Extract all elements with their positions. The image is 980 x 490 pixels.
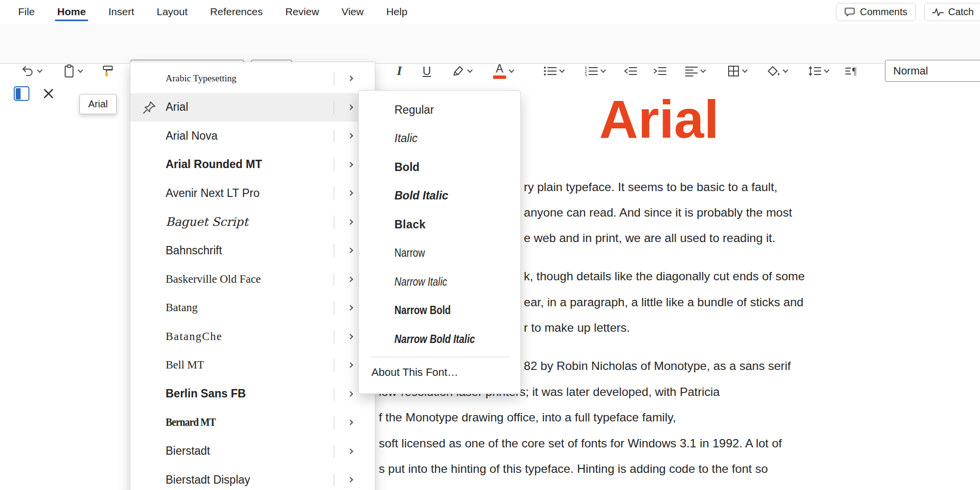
- navigation-pane-toggle-icon[interactable]: [14, 86, 29, 101]
- font-option-bierstadt[interactable]: Bierstadt: [130, 437, 375, 466]
- font-option-bierstadt-display[interactable]: Bierstadt Display: [130, 466, 375, 490]
- font-style-label: Italic: [394, 132, 417, 145]
- activity-icon: [932, 7, 944, 17]
- font-option-baskerville-old-face[interactable]: Baskerville Old Face: [130, 265, 375, 294]
- bullet-list-button[interactable]: [536, 59, 571, 83]
- font-styles-expander[interactable]: [343, 415, 358, 430]
- font-styles-expander[interactable]: [343, 272, 358, 287]
- document-text-line: 82 by Robin Nicholas of Monotype, as a s…: [524, 359, 791, 373]
- numbered-list-button[interactable]: 1 2 3: [577, 59, 612, 83]
- font-styles-expander[interactable]: [343, 100, 358, 115]
- font-styles-expander[interactable]: [343, 243, 358, 258]
- underline-button[interactable]: U: [416, 59, 438, 83]
- italic-button[interactable]: I: [388, 59, 411, 83]
- font-style-bold-italic[interactable]: Bold Italic: [359, 182, 520, 211]
- styles-combobox[interactable]: Normal: [885, 60, 980, 82]
- font-option-bahnschrift[interactable]: Bahnschrift: [130, 236, 375, 265]
- font-style-label: Bold Italic: [394, 189, 448, 202]
- font-style-narrow-bold[interactable]: Narrow Bold: [359, 296, 520, 325]
- font-style-bold[interactable]: Bold: [359, 153, 520, 182]
- close-pane-button[interactable]: [41, 86, 56, 101]
- increase-indent-button[interactable]: [648, 59, 671, 83]
- font-option-bernard-mt[interactable]: Bernard MT: [130, 408, 375, 437]
- alignment-button[interactable]: [677, 59, 712, 83]
- font-option-label: Batang: [166, 301, 197, 314]
- chevron-down-icon: [742, 67, 747, 73]
- comments-button[interactable]: Comments: [836, 3, 916, 21]
- menu-file[interactable]: File: [7, 0, 46, 24]
- decrease-indent-icon: [624, 66, 637, 76]
- format-painter-button[interactable]: [96, 59, 120, 83]
- highlighter-icon: [452, 65, 465, 77]
- font-style-black[interactable]: Black: [359, 210, 520, 239]
- chevron-right-icon: [347, 162, 353, 167]
- font-color-icon: A: [493, 63, 506, 79]
- chevron-right-icon: [347, 76, 353, 81]
- font-styles-expander[interactable]: [343, 71, 358, 86]
- font-option-label: Bell MT: [166, 359, 204, 371]
- shading-button[interactable]: [760, 59, 795, 83]
- font-style-label: Narrow Italic: [394, 275, 447, 289]
- font-option-label: BatangChe: [166, 330, 222, 343]
- line-spacing-button[interactable]: [801, 59, 836, 83]
- chevron-right-icon: [347, 133, 353, 139]
- menu-insert[interactable]: Insert: [97, 0, 146, 24]
- chevron-right-icon: [347, 219, 353, 224]
- menu-references[interactable]: References: [199, 0, 274, 24]
- font-option-label: Bahnschrift: [166, 244, 222, 257]
- undo-button[interactable]: [14, 59, 49, 83]
- font-option-batang[interactable]: Batang: [130, 294, 375, 322]
- font-style-narrow[interactable]: Narrow: [359, 239, 520, 268]
- document-text-line: anyone can read. And since it is probabl…: [524, 206, 792, 220]
- font-option-label: Arabic Typesetting: [166, 73, 236, 84]
- font-option-arabic-typesetting[interactable]: Arabic Typesetting: [130, 64, 375, 93]
- font-style-narrow-italic[interactable]: Narrow Italic: [359, 268, 520, 296]
- font-color-button[interactable]: A: [485, 59, 521, 83]
- font-styles-expander[interactable]: [343, 300, 358, 315]
- font-styles-expander[interactable]: [343, 186, 358, 200]
- font-option-label: Avenir Next LT Pro: [166, 187, 260, 200]
- font-styles-expander[interactable]: [343, 128, 358, 143]
- font-option-arial[interactable]: Arial: [130, 93, 375, 122]
- font-option-baguet-script[interactable]: Baguet Script: [130, 208, 375, 237]
- document-text-line: f the Monotype drawing office, into a fu…: [379, 411, 676, 424]
- chevron-down-icon: [77, 67, 83, 73]
- italic-label: I: [397, 65, 402, 77]
- menu-help[interactable]: Help: [375, 0, 418, 24]
- chevron-right-icon: [347, 334, 353, 339]
- catchup-label: Catch: [948, 6, 974, 18]
- chevron-right-icon: [347, 305, 353, 311]
- font-styles-expander[interactable]: [343, 157, 358, 172]
- font-option-berlin-sans-fb[interactable]: Berlin Sans FB: [130, 380, 375, 409]
- font-option-bell-mt[interactable]: Bell MT: [130, 351, 375, 380]
- decrease-indent-button[interactable]: [618, 59, 642, 83]
- font-option-batangche[interactable]: BatangChe: [130, 322, 375, 351]
- catchup-button[interactable]: Catch: [924, 3, 980, 21]
- font-styles-expander[interactable]: [343, 472, 358, 487]
- font-option-arial-nova[interactable]: Arial Nova: [130, 122, 375, 150]
- font-style-regular[interactable]: Regular: [359, 96, 520, 124]
- font-style-narrow-bold-italic[interactable]: Narrow Bold Italic: [359, 325, 520, 354]
- menu-review[interactable]: Review: [274, 0, 330, 24]
- font-tooltip: Arial: [79, 94, 117, 114]
- font-styles-expander[interactable]: [343, 329, 358, 344]
- menu-view[interactable]: View: [330, 0, 375, 24]
- font-option-arial-rounded-mt[interactable]: Arial Rounded MT: [130, 150, 375, 179]
- chevron-down-icon: [509, 67, 514, 73]
- menu-home[interactable]: Home: [46, 0, 97, 24]
- borders-button[interactable]: [719, 59, 755, 83]
- font-styles-expander[interactable]: [343, 215, 358, 229]
- font-styles-expander[interactable]: [343, 387, 358, 401]
- paragraph-marks-button[interactable]: ¶: [841, 59, 864, 83]
- highlighter-button[interactable]: [444, 59, 479, 83]
- menu-layout[interactable]: Layout: [146, 0, 199, 24]
- font-style-italic[interactable]: Italic: [359, 124, 520, 153]
- font-style-submenu: Regular Italic Bold Bold Italic Black Na…: [358, 90, 521, 394]
- font-styles-expander[interactable]: [343, 358, 358, 372]
- font-option-avenir-next-lt-pro[interactable]: Avenir Next LT Pro: [130, 179, 375, 208]
- font-styles-expander[interactable]: [343, 444, 358, 459]
- font-style-label: Regular: [394, 103, 434, 117]
- close-icon: [41, 86, 56, 101]
- paste-button[interactable]: [55, 59, 90, 83]
- about-this-font-button[interactable]: About This Font…: [359, 360, 520, 385]
